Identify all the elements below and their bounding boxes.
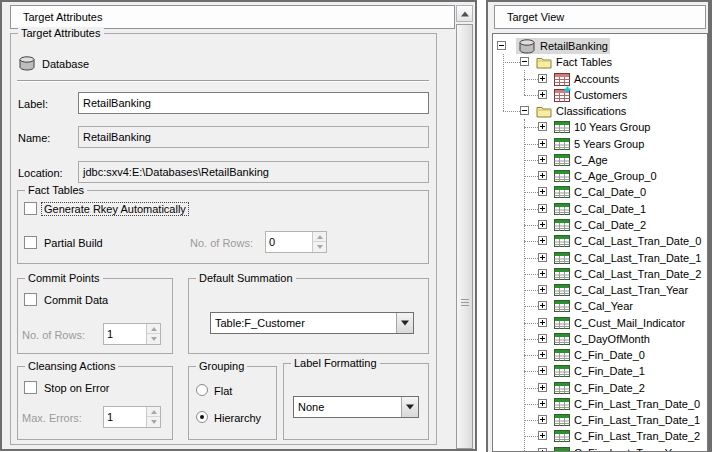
label-field-caption: Label: bbox=[18, 98, 48, 110]
label-input[interactable]: RetailBanking bbox=[78, 92, 429, 114]
tree-item[interactable]: C_Fin_Last_Tran_Date_1 bbox=[493, 412, 707, 428]
tree-item[interactable]: C_Cal_Last_Tran_Date_1 bbox=[493, 250, 707, 266]
tree-node[interactable]: C_Fin_Last_Tran_Date_0 bbox=[552, 396, 702, 412]
tree-node[interactable]: C_DayOfMonth bbox=[552, 331, 652, 347]
tree-item[interactable]: C_Cal_Last_Tran_Date_0 bbox=[493, 233, 707, 249]
tree-item[interactable]: C_DayOfMonth bbox=[493, 331, 707, 347]
tree-expander-plus-icon[interactable] bbox=[538, 448, 547, 452]
commit-data-checkbox[interactable] bbox=[24, 293, 37, 306]
tree-node[interactable]: C_Cal_Date_2 bbox=[552, 217, 648, 233]
tree-item[interactable]: 5 Years Group bbox=[493, 136, 707, 152]
tree-expander-plus-icon[interactable] bbox=[538, 383, 547, 392]
tree-node[interactable]: RetailBanking bbox=[516, 38, 610, 54]
tree-item[interactable]: Fact Tables bbox=[493, 54, 707, 70]
tree-item[interactable]: Classifications bbox=[493, 103, 707, 119]
tree-node[interactable]: C_Fin_Date_0 bbox=[552, 347, 647, 363]
tree-expander-plus-icon[interactable] bbox=[538, 334, 547, 343]
grouping-hierarchy-radio[interactable] bbox=[196, 411, 208, 423]
tree-expander-plus-icon[interactable] bbox=[538, 285, 547, 294]
tree-expander-plus-icon[interactable] bbox=[538, 74, 547, 83]
vertical-scrollbar[interactable] bbox=[456, 3, 473, 449]
tree-item[interactable]: Customers bbox=[493, 87, 707, 103]
tree-expander-plus-icon[interactable] bbox=[538, 431, 547, 440]
tree-node[interactable]: C_Fin_Last_Tran_Year bbox=[552, 445, 689, 452]
tree-expander-plus-icon[interactable] bbox=[538, 253, 547, 262]
scrollbar-thumb[interactable] bbox=[456, 24, 473, 449]
tree-item[interactable]: C_Fin_Date_1 bbox=[493, 363, 707, 379]
partial-build-checkbox[interactable] bbox=[24, 236, 37, 249]
partial-build-checkbox-label[interactable]: Partial Build bbox=[44, 237, 103, 249]
tree-node[interactable]: 10 Years Group bbox=[552, 119, 652, 135]
tree-expander-plus-icon[interactable] bbox=[538, 171, 547, 180]
tree-expander-plus-icon[interactable] bbox=[538, 122, 547, 131]
tree-expander-plus-icon[interactable] bbox=[538, 220, 547, 229]
grouping-hierarchy-label[interactable]: Hierarchy bbox=[214, 412, 261, 424]
grouping-flat-radio[interactable] bbox=[196, 384, 208, 396]
tree-item[interactable]: Accounts bbox=[493, 71, 707, 87]
tree-expander-plus-icon[interactable] bbox=[538, 90, 547, 99]
generate-rkey-checkbox[interactable] bbox=[24, 202, 37, 215]
tree-expander-minus-icon[interactable] bbox=[520, 106, 529, 115]
tree-item[interactable]: C_Fin_Last_Tran_Year bbox=[493, 445, 707, 452]
generate-rkey-checkbox-label[interactable]: Generate Rkey Automatically bbox=[42, 203, 188, 215]
stop-on-error-checkbox-label[interactable]: Stop on Error bbox=[44, 382, 109, 394]
tree-node[interactable]: Fact Tables bbox=[534, 54, 614, 70]
tree-expander-plus-icon[interactable] bbox=[538, 301, 547, 310]
tree-expander-plus-icon[interactable] bbox=[538, 318, 547, 327]
tree-item[interactable]: C_Cal_Last_Tran_Year bbox=[493, 282, 707, 298]
tree-node[interactable]: C_Cust_Mail_Indicator bbox=[552, 315, 687, 331]
tree-expander-plus-icon[interactable] bbox=[538, 187, 547, 196]
tree-node[interactable]: C_Cal_Date_0 bbox=[552, 184, 648, 200]
tree-node[interactable]: C_Cal_Last_Tran_Year bbox=[552, 282, 690, 298]
tree-item[interactable]: C_Fin_Date_0 bbox=[493, 347, 707, 363]
tree-node[interactable]: C_Fin_Last_Tran_Date_1 bbox=[552, 412, 702, 428]
tree-item[interactable]: C_Cust_Mail_Indicator bbox=[493, 315, 707, 331]
tree-node[interactable]: C_Cal_Last_Tran_Date_0 bbox=[552, 233, 703, 249]
tree-node[interactable]: C_Cal_Last_Tran_Date_1 bbox=[552, 250, 703, 266]
tree-item[interactable]: C_Cal_Last_Tran_Date_2 bbox=[493, 266, 707, 282]
tree-item[interactable]: C_Age_Group_0 bbox=[493, 168, 707, 184]
tree-node[interactable]: C_Cal_Last_Tran_Date_2 bbox=[552, 266, 703, 282]
tree-expander-minus-icon[interactable] bbox=[520, 57, 529, 66]
label-formatting-dropdown[interactable]: None bbox=[293, 396, 419, 418]
tree-node[interactable]: C_Fin_Date_1 bbox=[552, 363, 647, 379]
tree-item[interactable]: C_Fin_Last_Tran_Date_2 bbox=[493, 428, 707, 444]
tree-item[interactable]: C_Age bbox=[493, 152, 707, 168]
tree-expander-plus-icon[interactable] bbox=[538, 350, 547, 359]
tree-node[interactable]: C_Fin_Last_Tran_Date_2 bbox=[552, 428, 702, 444]
tree-expander-plus-icon[interactable] bbox=[538, 366, 547, 375]
tree-node[interactable]: C_Age_Group_0 bbox=[552, 168, 659, 184]
tree-node[interactable]: C_Cal_Date_1 bbox=[552, 201, 648, 217]
tree-item[interactable]: C_Cal_Date_1 bbox=[493, 201, 707, 217]
tree-node[interactable]: C_Fin_Date_2 bbox=[552, 380, 647, 396]
tree-item[interactable]: C_Cal_Date_0 bbox=[493, 184, 707, 200]
tree-node[interactable]: C_Cal_Year bbox=[552, 298, 635, 314]
tree-expander-plus-icon[interactable] bbox=[538, 236, 547, 245]
scroll-up-button[interactable] bbox=[456, 5, 473, 22]
tree-item[interactable]: C_Fin_Last_Tran_Date_0 bbox=[493, 396, 707, 412]
tree-expander-minus-icon[interactable] bbox=[497, 41, 506, 50]
stop-on-error-checkbox[interactable] bbox=[24, 381, 37, 394]
tree-expander-plus-icon[interactable] bbox=[538, 415, 547, 424]
tree-expander-plus-icon[interactable] bbox=[538, 204, 547, 213]
tree-node[interactable]: Customers bbox=[552, 87, 629, 103]
tree-expander-plus-icon[interactable] bbox=[538, 139, 547, 148]
tree-item[interactable]: RetailBanking bbox=[493, 38, 707, 54]
tree-item[interactable]: 10 Years Group bbox=[493, 119, 707, 135]
tree-expander-plus-icon[interactable] bbox=[538, 155, 547, 164]
grouping-flat-label[interactable]: Flat bbox=[214, 385, 232, 397]
database-icon bbox=[18, 56, 36, 71]
tree-item[interactable]: C_Fin_Date_2 bbox=[493, 380, 707, 396]
default-summation-dropdown[interactable]: Table:F_Customer bbox=[210, 312, 414, 334]
tree-expander-plus-icon[interactable] bbox=[538, 399, 547, 408]
tree-node[interactable]: Classifications bbox=[534, 103, 628, 119]
dropdown-button[interactable] bbox=[401, 397, 418, 417]
tree-expander-plus-icon[interactable] bbox=[538, 269, 547, 278]
commit-data-checkbox-label[interactable]: Commit Data bbox=[44, 294, 108, 306]
tree-node[interactable]: C_Age bbox=[552, 152, 610, 168]
tree-item[interactable]: C_Cal_Year bbox=[493, 298, 707, 314]
tree-node[interactable]: Accounts bbox=[552, 71, 621, 87]
dropdown-button[interactable] bbox=[396, 313, 413, 333]
tree-node[interactable]: 5 Years Group bbox=[552, 136, 646, 152]
tree-item[interactable]: C_Cal_Date_2 bbox=[493, 217, 707, 233]
